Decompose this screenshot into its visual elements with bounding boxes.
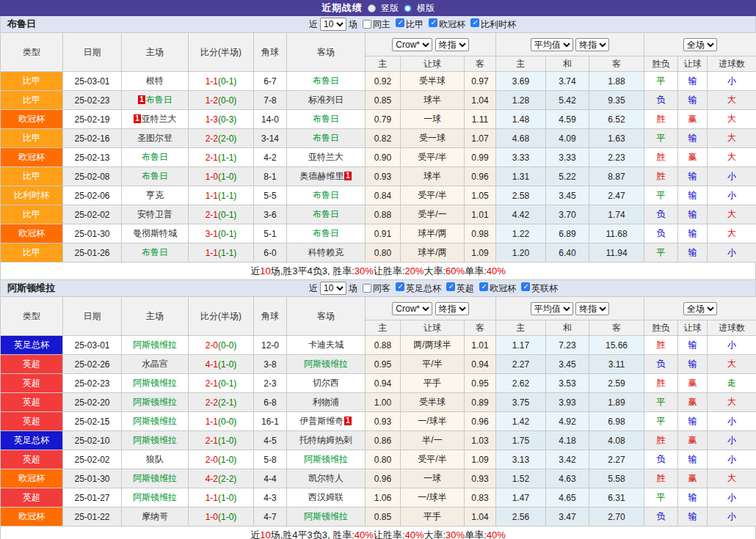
corner-cell: 6-7: [254, 72, 287, 91]
avg-draw-odds-cell: 3.45: [546, 186, 589, 205]
team-name-text: 布鲁日: [142, 247, 168, 257]
summary-text-part: 40%: [487, 265, 506, 276]
crow-home-odds-cell: 0.84: [366, 186, 401, 205]
league-checkbox[interactable]: [446, 282, 455, 291]
vertical-layout-radio[interactable]: [368, 4, 376, 12]
avg-draw-odds-cell: 3.47: [546, 507, 589, 527]
avg-away-odds-cell: 1.89: [589, 393, 644, 412]
halftime-score: (0-1): [218, 210, 236, 220]
filter-controls: 近 10 场 同主 比甲欧冠杯比利时杯: [309, 16, 516, 32]
same-venue-checkbox[interactable]: [363, 20, 371, 29]
away-team-cell: 托特纳姆热刺: [287, 431, 366, 450]
crow-away-odds-cell: 0.89: [465, 393, 496, 412]
avg-draw-odds-cell: 6.40: [546, 243, 589, 263]
odds-source-select[interactable]: Crow*: [392, 302, 432, 315]
avg-home-odds-cell: 3.13: [496, 450, 546, 469]
league-checkbox[interactable]: [429, 18, 437, 27]
avg-draw-odds-cell: 4.65: [546, 488, 589, 507]
avg-stage-select[interactable]: 终指: [575, 302, 609, 315]
fulltime-select[interactable]: 全场: [683, 302, 717, 315]
home-team-cell: 1布鲁日: [122, 91, 189, 110]
league-checkbox[interactable]: [396, 282, 404, 291]
date-cell: 25-02-23: [63, 91, 122, 110]
halftime-score: (1-0): [218, 172, 236, 182]
result-wdl-cell: 平: [644, 488, 678, 507]
fulltime-score: 1-1: [206, 493, 218, 503]
fulltime-select[interactable]: 全场: [683, 38, 717, 51]
league-cell: 英超: [1, 412, 63, 431]
crow-home-odds-cell: 0.90: [366, 148, 401, 167]
odds-group-header: Crow* 终指: [366, 33, 496, 56]
avg-source-select[interactable]: 平均值: [531, 302, 573, 315]
crow-handicap-cell: 受半/一: [401, 205, 465, 224]
crow-home-odds-cell: 0.96: [366, 469, 401, 488]
recent-count-select[interactable]: 10: [320, 282, 346, 295]
col-away: 客场: [287, 297, 366, 336]
league-cell: 欧冠杯: [1, 110, 63, 129]
halftime-score: (1-0): [218, 359, 236, 370]
away-team-cell: 阿斯顿维拉: [287, 450, 366, 469]
odds-group-header: Crow* 终指: [366, 297, 496, 320]
fulltime-score: 3-1: [206, 229, 218, 239]
match-row: 英超25-02-20阿斯顿维拉2-2(2-1)6-8利物浦1.00受半球0.89…: [1, 393, 756, 412]
corner-cell: 6-8: [254, 393, 287, 412]
league-checkbox[interactable]: [470, 18, 479, 27]
avg-home-odds-cell: 3.69: [496, 72, 546, 91]
league-checkbox[interactable]: [521, 282, 530, 291]
team-name-text: 阿斯顿维拉: [133, 340, 177, 350]
team-name-text: 阿斯顿维拉: [133, 416, 177, 426]
crow-away-odds-cell: 0.97: [465, 72, 496, 91]
summary-text-part: 单率:: [465, 265, 487, 278]
date-cell: 25-01-27: [63, 488, 122, 507]
crow-home-odds-cell: 1.06: [366, 488, 401, 507]
league-cell: 欧冠杯: [1, 469, 63, 488]
fulltime-score: 2-0: [206, 340, 218, 351]
league-cell: 比甲: [1, 91, 63, 110]
crow-away-odds-cell: 1.04: [465, 507, 496, 527]
horizontal-layout-radio[interactable]: [404, 4, 412, 12]
crow-handicap-cell: 受平/半: [401, 148, 465, 167]
same-venue-checkbox[interactable]: [363, 284, 371, 293]
odds-stage-select[interactable]: 终指: [435, 38, 469, 51]
odds-stage-select[interactable]: 终指: [435, 302, 469, 315]
team-section-aston-villa: 阿斯顿维拉 近 10 场 同客 英足总杯英超欧冠杯英联杯 类型 日期 主场 比分…: [0, 280, 756, 539]
fulltime-score: 1-1: [206, 76, 218, 87]
home-team-cell: 曼彻斯特城: [122, 224, 189, 243]
away-team-cell: 切尔西: [287, 374, 366, 393]
league-cell: 英超: [1, 393, 63, 412]
crow-handicap-cell: 平手: [401, 374, 465, 393]
league-checkbox[interactable]: [479, 282, 488, 291]
crow-handicap-cell: 平手: [401, 507, 465, 527]
summary-text-part: 30%: [446, 529, 465, 539]
match-row: 英超25-02-15阿斯顿维拉1-1(0-0)16-1伊普斯维奇10.93一/球…: [1, 412, 756, 431]
crow-away-odds-cell: 1.07: [465, 129, 496, 148]
avg-stage-select[interactable]: 终指: [575, 38, 609, 51]
avg-source-select[interactable]: 平均值: [531, 38, 573, 51]
odds-source-select[interactable]: Crow*: [392, 38, 432, 51]
league-cell: 英足总杯: [1, 431, 63, 450]
summary-text-part: 40%: [355, 529, 374, 539]
corner-cell: 8-1: [254, 167, 287, 186]
avg-away-odds-cell: 1.74: [589, 205, 644, 224]
match-row: 欧冠杯25-02-13布鲁日2-1(1-1)4-2亚特兰大0.90受平/半0.9…: [1, 148, 756, 167]
corner-cell: 3-6: [254, 205, 287, 224]
away-team-cell: 布鲁日: [287, 205, 366, 224]
summary-text-part: 10: [260, 529, 270, 539]
summary-row: 近10场,胜3平4负3, 胜率:30% 让胜率:20% 大率:60% 单率:40…: [0, 263, 756, 280]
halftime-score: (1-1): [218, 153, 236, 163]
home-team-cell: 阿斯顿维拉: [122, 431, 189, 450]
result-goals-cell: 大: [708, 205, 756, 224]
away-team-cell: 西汉姆联: [287, 488, 366, 507]
recent-count-select[interactable]: 10: [320, 18, 346, 31]
away-team-cell: 布鲁日: [287, 110, 366, 129]
league-checkbox[interactable]: [396, 18, 404, 27]
match-row: 欧冠杯25-01-30曼彻斯特城3-1(0-1)5-1布鲁日0.91球半/两0.…: [1, 224, 756, 243]
fulltime-score: 2-1: [206, 210, 218, 220]
avg-draw-odds-cell: 4.18: [546, 431, 589, 450]
fulltime-score: 2-1: [206, 153, 218, 163]
corner-cell: 4-5: [254, 431, 287, 450]
crow-handicap-cell: 受平/半: [401, 450, 465, 469]
col-result-handicap: 让球: [678, 320, 708, 336]
result-goals-cell: 小: [708, 431, 756, 450]
team-name: 阿斯顿维拉: [1, 282, 55, 295]
